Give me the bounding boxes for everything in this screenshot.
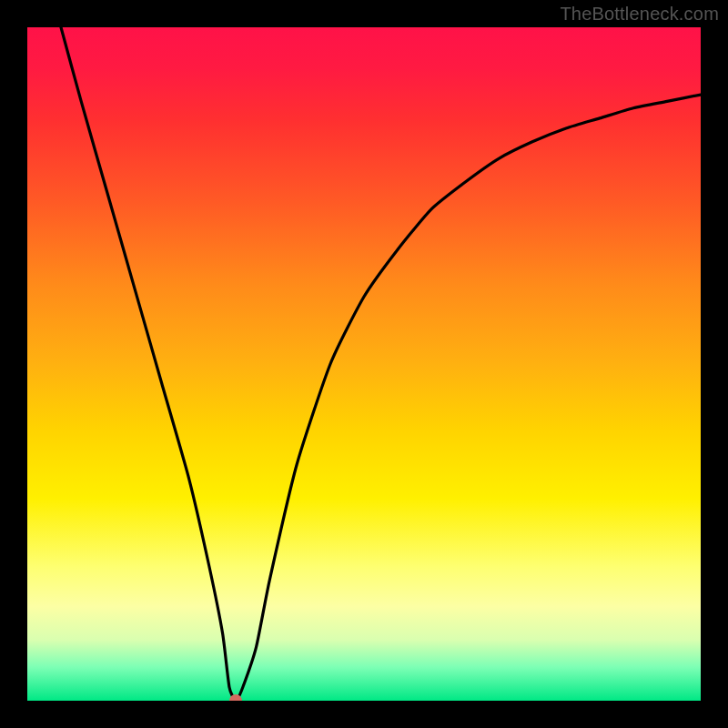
plot-area [27,27,701,701]
watermark-text: TheBottleneck.com [560,4,719,25]
chart-frame: TheBottleneck.com [0,0,728,728]
optimum-marker [229,694,242,701]
bottleneck-curve [27,27,701,701]
